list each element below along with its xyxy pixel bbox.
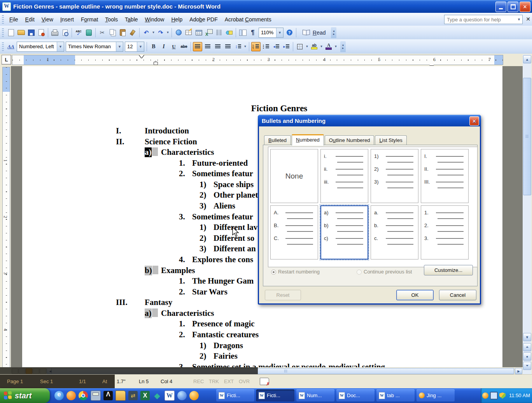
save-icon[interactable] [26,28,36,37]
tab-stop-selector[interactable]: L [2,55,11,65]
scroll-down-icon[interactable]: ▼ [523,333,531,341]
copy-icon[interactable] [108,28,117,37]
outline-line[interactable]: 3.Sometimes featur [179,212,253,222]
outline-line[interactable]: 2)Other planet [200,190,258,200]
outline-line[interactable]: 1.Presence of magic [179,319,255,329]
menu-item-window[interactable]: Window [142,14,168,25]
number-style-option-2[interactable]: 1)2)3) [371,149,418,203]
menu-item-format[interactable]: Format [77,14,102,25]
menu-item-acrobat-comments[interactable]: Acrobat Comments [221,14,275,25]
research-icon[interactable] [84,28,93,37]
insert-excel-worksheet-icon[interactable] [204,28,214,37]
underline-icon[interactable] [169,42,178,51]
outline-line[interactable]: 1)Space ships [200,180,254,189]
outline-line[interactable]: 3)Aliens [200,201,235,211]
security-shield-icon[interactable] [499,392,506,399]
vertical-scrollbar[interactable]: ▲ ▼ ⏶ ● ⏷ [523,54,531,374]
jing-icon[interactable] [189,391,199,400]
folder-icon[interactable] [116,391,126,401]
number-style-option-1[interactable]: i.ii.iii. [320,149,368,203]
tables-and-borders-icon[interactable] [184,28,193,37]
dialog-close-icon[interactable]: ✕ [469,116,479,126]
align-left-icon[interactable] [193,42,202,51]
toolbar-options-icon[interactable]: ▾▸ [331,27,336,38]
help-icon[interactable] [285,28,294,37]
browser-icon[interactable] [177,391,187,400]
horizontal-scrollbar[interactable]: ◀ ▶ [0,367,523,374]
tab-list-styles[interactable]: List Styles [375,135,406,145]
print-icon[interactable] [50,28,60,37]
chrome-icon[interactable] [79,391,88,400]
highlight-icon[interactable] [310,42,319,51]
diamond-app-icon[interactable] [152,391,162,400]
chevron-down-icon[interactable]: ▼ [276,28,283,37]
toolbar-grip[interactable] [2,15,4,24]
outline-line[interactable]: III.Fantasy [116,298,172,307]
chevron-down-icon[interactable]: ▼ [334,42,338,51]
horizontal-ruler[interactable]: 1234567 [12,55,503,65]
numbering-icon[interactable] [251,42,261,51]
sync-manager-icon[interactable] [128,391,138,400]
taskbar-button-2[interactable]: Num... [296,389,334,401]
taskbar-button-4[interactable]: tab ... [376,389,415,401]
dialog-title-bar[interactable]: Bullets and Numbering ✕ [258,115,481,126]
vertical-scroll-thumb[interactable] [523,78,531,195]
menu-item-table[interactable]: Table [121,14,142,25]
menu-item-insert[interactable]: Insert [57,14,77,25]
insert-table-icon[interactable] [194,28,203,37]
cut-icon[interactable] [98,28,107,37]
tab-bulleted[interactable]: Bulleted [264,135,291,145]
number-style-option-5[interactable]: a)b)c) [320,205,368,259]
toolbar-grip[interactable] [2,42,4,51]
restart-numbering-radio[interactable] [271,270,276,275]
outline-line[interactable]: II.Science Fiction [116,137,197,147]
style-combo[interactable]: Numbered, Left▼ [17,42,64,52]
chevron-down-icon[interactable]: ▼ [137,42,144,51]
format-painter-icon[interactable] [128,28,137,37]
chevron-down-icon[interactable]: ▼ [319,42,324,51]
toolbar-options-icon[interactable]: ▾▸ [340,41,346,52]
menu-close-icon[interactable]: ✕ [526,16,530,22]
first-line-indent-marker[interactable] [139,55,144,60]
question-box[interactable]: Type a question for help ▼ [444,15,523,24]
vertical-ruler[interactable]: 1234 [2,67,10,368]
outline-line[interactable]: a)Characteristics [145,147,214,157]
align-right-icon[interactable] [213,42,222,51]
hanging-indent-marker[interactable] [153,59,158,64]
document-map-icon[interactable] [238,28,247,37]
number-style-option-4[interactable]: A.B.C. [270,205,318,259]
drawing-icon[interactable] [224,28,234,37]
outline-line[interactable]: 1.Future-oriented [179,158,248,168]
number-style-option-3[interactable]: I.II.III. [421,149,469,203]
scroll-right-icon[interactable]: ▶ [515,368,522,374]
font-combo[interactable]: Times New Roman▼ [66,42,123,52]
cancel-button[interactable]: Cancel [439,290,476,300]
undo-icon[interactable] [142,28,151,37]
tab-numbered[interactable]: Numbered [292,134,324,145]
menu-item-file[interactable]: File [6,14,22,25]
outline-line[interactable]: I.Introduction [116,126,189,136]
outline-line[interactable]: 3.Sometimes set in a medieval or pseudo-… [179,362,385,367]
decrease-indent-icon[interactable] [271,42,281,51]
toolbar-grip[interactable] [2,28,4,37]
insert-hyperlink-icon[interactable] [174,28,183,37]
number-style-option-6[interactable]: a.b.c. [371,205,418,259]
bold-icon[interactable] [149,42,158,51]
outline-line[interactable]: 2.Sometimes featur [179,169,253,179]
justify-icon[interactable] [223,42,233,51]
jing-tray-icon[interactable] [482,392,488,399]
previous-page-icon[interactable]: ⏶ [523,343,531,351]
menu-item-tools[interactable]: Tools [102,14,121,25]
outline-line[interactable]: 4.Explores the cons [179,255,253,265]
font-color-icon[interactable] [324,42,333,51]
minimize-button[interactable] [495,2,506,12]
chevron-down-icon[interactable]: ▼ [57,42,64,51]
outline-line[interactable]: 1)Dragons [200,341,243,350]
scroll-up-icon[interactable]: ▲ [523,55,531,63]
open-folder-icon[interactable] [16,28,26,37]
strikethrough-icon[interactable] [179,42,189,51]
new-document-icon[interactable] [6,28,16,37]
chevron-down-icon[interactable]: ▼ [243,42,247,51]
outline-line[interactable]: 2)Fairies [200,351,238,361]
firefox-icon[interactable] [66,391,76,400]
